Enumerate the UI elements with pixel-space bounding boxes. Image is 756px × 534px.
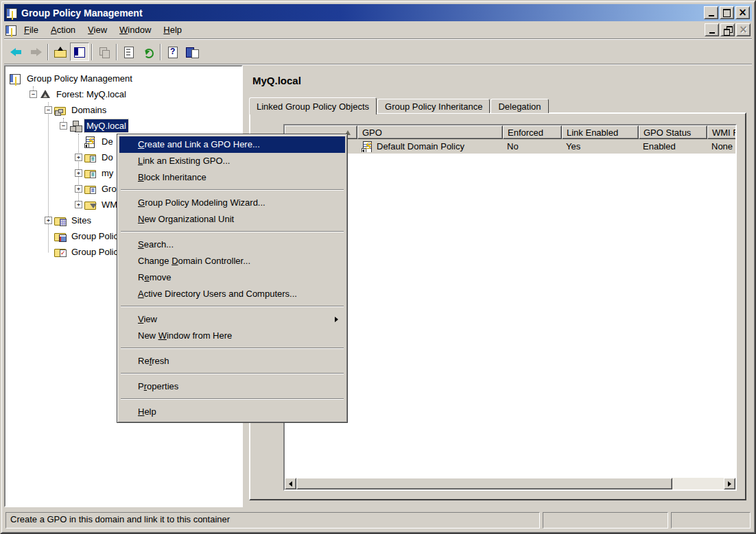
refresh-button[interactable] [139, 43, 158, 61]
toolbar-separator [47, 44, 49, 60]
domain-icon [69, 121, 82, 132]
show-hide-console-tree-button[interactable] [70, 43, 89, 61]
close-button[interactable] [735, 6, 750, 19]
window-title: Group Policy Management [21, 8, 702, 19]
tree-item-group-policy-management[interactable]: Group Policy Management [5, 71, 241, 86]
child-close-button-disabled [736, 23, 751, 36]
menu-items: FileActionViewWindowHelp [18, 23, 188, 37]
toolbar-separator [91, 44, 93, 60]
tree-item-label: Do [99, 151, 115, 164]
tree-item-myq-local[interactable]: −MyQ.local [5, 118, 241, 134]
tab-delegation[interactable]: Delegation [491, 99, 548, 113]
new-window-button [95, 43, 114, 61]
gpo-row[interactable]: Default Domain PolicyNoYesEnabledNone [285, 139, 735, 154]
tab-strip: Linked Group Policy ObjectsGroup Policy … [249, 96, 550, 113]
context-menu-item-refresh[interactable]: Refresh [119, 353, 345, 369]
context-menu-item-link-an-existing-gpo[interactable]: Link an Existing GPO... [119, 153, 345, 169]
context-menu-item-create-and-link-a-gpo-here[interactable]: Create and Link a GPO Here... [119, 136, 345, 153]
refresh-icon [142, 47, 154, 58]
gp-results-icon [54, 247, 67, 258]
collapse-box-icon[interactable]: − [29, 90, 37, 98]
context-menu-item-help[interactable]: Help [119, 404, 345, 420]
properties-button[interactable] [119, 43, 139, 61]
context-menu-item-block-inheritance[interactable]: Block Inheritance [119, 169, 345, 186]
scrollbar-thumb[interactable] [296, 478, 672, 489]
context-menu-item-new-window-from-here[interactable]: New Window from Here [119, 328, 345, 344]
menu-separator [121, 348, 344, 349]
expand-box-icon[interactable]: + [75, 185, 82, 193]
menu-separator [121, 231, 344, 232]
list-header: GPOEnforcedLink EnabledGPO StatusWMI Fil… [285, 125, 735, 139]
scroll-right-button[interactable] [724, 478, 735, 489]
menu-file[interactable]: File [18, 23, 45, 37]
cell-link-enabled: Yes [562, 141, 639, 151]
status-panel-2 [543, 512, 668, 529]
column-header-enforced[interactable]: Enforced [503, 125, 562, 139]
column-header-gpo[interactable]: GPO [357, 125, 503, 139]
show-hide-console-tree-icon [73, 47, 86, 58]
menu-window[interactable]: Window [113, 23, 157, 37]
toolbar-separator [160, 44, 161, 60]
status-text: Create a GPO in this domain and link it … [5, 512, 540, 529]
context-menu-item-group-policy-modeling-wizard[interactable]: Group Policy Modeling Wizard... [119, 195, 345, 211]
context-menu-item-new-organizational-unit[interactable]: New Organizational Unit [119, 211, 345, 228]
context-menu-item-view[interactable]: View [119, 311, 345, 328]
cell-gpo: Default Domain Policy [357, 141, 503, 152]
help-button[interactable] [163, 43, 182, 61]
context-menu: Create and Link a GPO Here...Link an Exi… [117, 134, 348, 423]
tree-item-label: De [99, 135, 115, 148]
tree-item-domains[interactable]: −Domains [5, 102, 241, 118]
status-bar: Create a GPO in this domain and link it … [4, 509, 752, 530]
minimize-button[interactable] [704, 6, 718, 19]
export-list-button[interactable] [182, 43, 202, 61]
menu-view[interactable]: View [82, 23, 113, 37]
context-menu-item-properties[interactable]: Properties [119, 378, 345, 395]
title-bar[interactable]: Group Policy Management [4, 4, 752, 21]
forest-icon [39, 89, 51, 100]
back-arrow-icon [10, 47, 23, 58]
forward-button [26, 43, 45, 61]
toolbar-separator [116, 44, 117, 60]
horizontal-scrollbar[interactable] [285, 478, 735, 489]
wmi-folder-icon [84, 199, 97, 210]
menu-bar: FileActionViewWindowHelp [4, 21, 752, 39]
tab-group-policy-inheritance[interactable]: Group Policy Inheritance [377, 99, 490, 113]
expand-box-icon[interactable]: + [45, 217, 52, 224]
list-rows: Default Domain PolicyNoYesEnabledNone [285, 139, 735, 154]
maximize-button[interactable] [720, 6, 734, 19]
window-copy-icon [98, 47, 110, 58]
context-menu-item-change-domain-controller[interactable]: Change Domain Controller... [119, 253, 345, 269]
export-list-icon [186, 47, 198, 58]
gpo-link-icon [84, 136, 97, 147]
menu-action[interactable]: Action [45, 23, 82, 37]
child-minimize-button[interactable] [705, 23, 719, 36]
console-root-icon [10, 73, 22, 84]
context-menu-item-search[interactable]: Search... [119, 236, 345, 253]
child-restore-button[interactable] [720, 23, 735, 36]
back-button[interactable] [7, 43, 26, 61]
ou-gpo-icon [84, 152, 97, 163]
column-header-link-enabled[interactable]: Link Enabled [562, 125, 639, 139]
expand-box-icon[interactable]: + [75, 169, 82, 177]
forward-arrow-icon [29, 47, 42, 58]
linked-gpo-list[interactable]: GPOEnforcedLink EnabledGPO StatusWMI Fil… [283, 124, 737, 491]
scroll-left-button[interactable] [285, 478, 296, 489]
tab-linked-group-policy-objects[interactable]: Linked Group Policy Objects [249, 97, 377, 114]
tree-item-forest-myq-local[interactable]: −Forest: MyQ.local [5, 86, 241, 102]
collapse-box-icon[interactable]: − [60, 122, 67, 130]
cell-text: No [507, 141, 519, 151]
expand-box-icon[interactable]: + [75, 154, 82, 161]
context-menu-item-active-directory-users-and-computers[interactable]: Active Directory Users and Computers... [119, 286, 345, 302]
expand-box-icon[interactable]: + [75, 201, 82, 208]
context-menu-item-remove[interactable]: Remove [119, 269, 345, 286]
link-overlay-icon [362, 148, 366, 152]
collapse-box-icon[interactable]: − [45, 106, 52, 114]
column-header-wmi-filter[interactable]: WMI Filter [707, 125, 737, 139]
cell-text: Default Domain Policy [377, 141, 464, 151]
column-header-gpo-status[interactable]: GPO Status [639, 125, 707, 139]
link-overlay-icon [84, 143, 89, 148]
menu-help[interactable]: Help [157, 23, 188, 37]
tree-item-label: Sites [69, 214, 93, 227]
up-one-level-button[interactable] [51, 43, 70, 61]
gpo-link-icon [362, 141, 374, 152]
